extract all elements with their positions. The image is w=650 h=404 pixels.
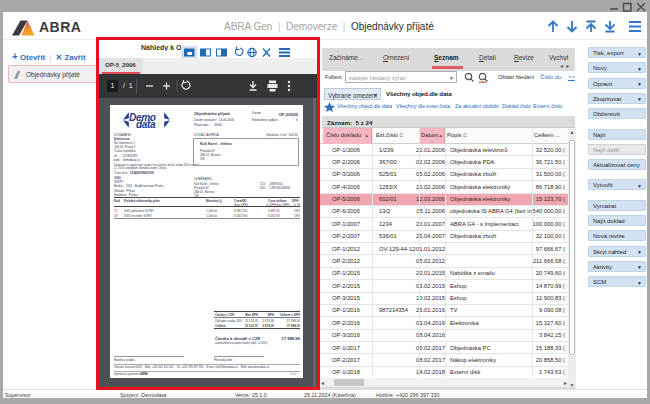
svg-text:data: data	[136, 119, 156, 128]
